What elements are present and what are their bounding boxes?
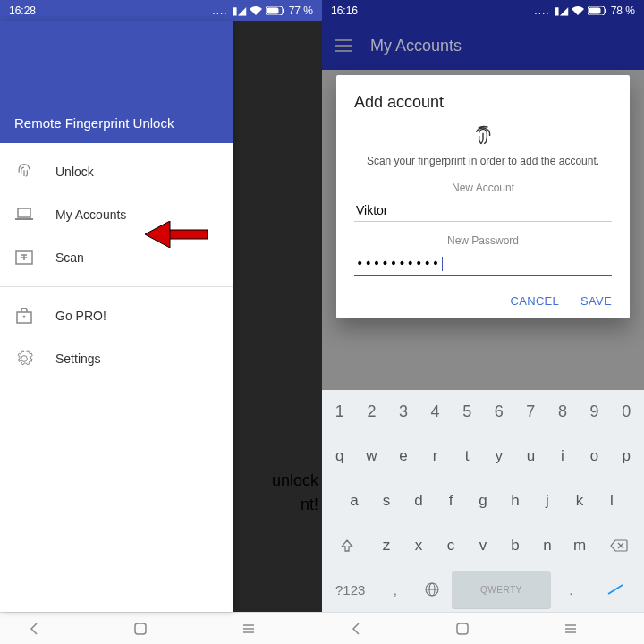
toolbar: My Accounts: [322, 21, 644, 70]
battery-icon: [266, 6, 285, 15]
key-l[interactable]: l: [597, 482, 626, 520]
key-p[interactable]: p: [612, 438, 640, 476]
key-a[interactable]: a: [340, 482, 369, 520]
battery-pct: 78 %: [611, 4, 635, 17]
save-button[interactable]: SAVE: [580, 294, 612, 308]
svg-rect-2: [283, 9, 284, 13]
status-time: 16:28: [9, 4, 36, 17]
key-3[interactable]: 3: [389, 394, 418, 431]
key-7[interactable]: 7: [517, 394, 546, 431]
nav-recents[interactable]: [242, 623, 295, 634]
status-icons: .... ▮◢ 78 %: [534, 4, 635, 17]
backspace-key[interactable]: [597, 527, 640, 564]
drawer-scrim[interactable]: unlock nt!: [233, 21, 322, 612]
key-b[interactable]: b: [501, 527, 530, 564]
menu-label: Scan: [55, 250, 84, 265]
nav-back[interactable]: [27, 622, 80, 636]
account-label: New Account: [354, 182, 612, 194]
period-key[interactable]: .: [555, 571, 588, 608]
content-scrim: Add account Scan your fingerprint in ord…: [322, 70, 644, 390]
scan-icon: [14, 248, 34, 267]
account-input[interactable]: Viktor: [354, 199, 612, 222]
key-u[interactable]: u: [517, 438, 546, 476]
battery-pct: 77 %: [289, 4, 313, 17]
menu-label: Settings: [55, 352, 101, 366]
key-t[interactable]: t: [453, 438, 481, 476]
key-9[interactable]: 9: [580, 394, 609, 431]
key-s[interactable]: s: [372, 482, 401, 520]
key-4[interactable]: 4: [421, 394, 450, 431]
sys-navbar: [0, 612, 322, 644]
key-1[interactable]: 1: [326, 394, 354, 431]
fingerprint-icon: [14, 162, 34, 182]
wifi-icon: [250, 6, 262, 15]
key-j[interactable]: j: [533, 482, 562, 520]
nav-home[interactable]: [456, 623, 510, 635]
symbol-key[interactable]: ?123: [326, 571, 375, 608]
menu-label: Unlock: [55, 165, 94, 179]
key-r[interactable]: r: [421, 438, 450, 476]
key-v[interactable]: v: [469, 527, 497, 564]
key-k[interactable]: k: [565, 482, 594, 520]
key-2[interactable]: 2: [358, 394, 386, 431]
menu-label: My Accounts: [55, 208, 126, 222]
signal-icon: ▮◢: [232, 4, 246, 17]
key-6[interactable]: 6: [485, 394, 513, 431]
key-w[interactable]: w: [358, 438, 386, 476]
shift-key[interactable]: [326, 527, 369, 564]
key-h[interactable]: h: [501, 482, 530, 520]
key-z[interactable]: z: [372, 527, 401, 564]
navigation-drawer: Remote Fingerprint Unlock Unlock My Acco…: [0, 21, 233, 612]
phone-left: 16:28 .... ▮◢ 77 % Remote Fingerprint Un…: [0, 0, 322, 644]
key-x[interactable]: x: [404, 527, 433, 564]
status-icons: .... ▮◢ 77 %: [212, 4, 313, 17]
toolbar-title: My Accounts: [370, 37, 462, 55]
status-bar: 16:16 .... ▮◢ 78 %: [322, 0, 644, 21]
key-y[interactable]: y: [485, 438, 513, 476]
key-d[interactable]: d: [404, 482, 433, 520]
nav-home[interactable]: [134, 623, 188, 635]
menu-label: Go PRO!: [55, 309, 106, 323]
key-0[interactable]: 0: [612, 394, 640, 431]
svg-rect-28: [457, 623, 468, 634]
cancel-button[interactable]: CANCEL: [511, 294, 560, 308]
password-input[interactable]: ••••••••••: [354, 252, 612, 276]
key-c[interactable]: c: [436, 527, 465, 564]
menu-item-settings[interactable]: Settings: [0, 337, 233, 380]
app-title: Remote Fingerprint Unlock: [14, 115, 174, 131]
key-f[interactable]: f: [436, 482, 465, 520]
password-label: New Password: [354, 234, 612, 247]
svg-rect-13: [135, 623, 146, 634]
hamburger-icon[interactable]: [335, 39, 352, 52]
space-key[interactable]: QWERTY: [452, 571, 551, 608]
svg-marker-12: [145, 221, 170, 248]
key-e[interactable]: e: [389, 438, 418, 476]
signal-icon: ▮◢: [554, 4, 568, 17]
fingerprint-icon: [354, 124, 612, 148]
add-account-dialog: Add account Scan your fingerprint in ord…: [336, 75, 630, 318]
key-n[interactable]: n: [533, 527, 562, 564]
svg-marker-10: [22, 315, 26, 318]
key-q[interactable]: q: [326, 438, 354, 476]
svg-rect-11: [167, 230, 208, 239]
globe-key[interactable]: [415, 571, 448, 608]
key-5[interactable]: 5: [453, 394, 481, 431]
comma-key[interactable]: ,: [378, 571, 411, 608]
nav-back[interactable]: [349, 622, 402, 636]
svg-rect-19: [605, 9, 606, 13]
key-i[interactable]: i: [548, 438, 577, 476]
wifi-icon: [572, 6, 584, 15]
key-o[interactable]: o: [580, 438, 609, 476]
annotation-arrow: [145, 221, 208, 248]
shop-icon: [14, 306, 34, 326]
key-g[interactable]: g: [469, 482, 497, 520]
keyboard[interactable]: 1234567890 qwertyuiop asdfghjkl zxcvbnm …: [322, 390, 644, 612]
key-m[interactable]: m: [565, 527, 594, 564]
key-8[interactable]: 8: [548, 394, 577, 431]
svg-rect-3: [18, 208, 30, 217]
menu-item-unlock[interactable]: Unlock: [0, 150, 233, 193]
phone-right: 16:16 .... ▮◢ 78 % My Accounts Add acc: [322, 0, 644, 644]
nav-recents[interactable]: [564, 623, 617, 634]
enter-key[interactable]: [591, 571, 640, 608]
menu-item-go-pro[interactable]: Go PRO!: [0, 294, 233, 337]
